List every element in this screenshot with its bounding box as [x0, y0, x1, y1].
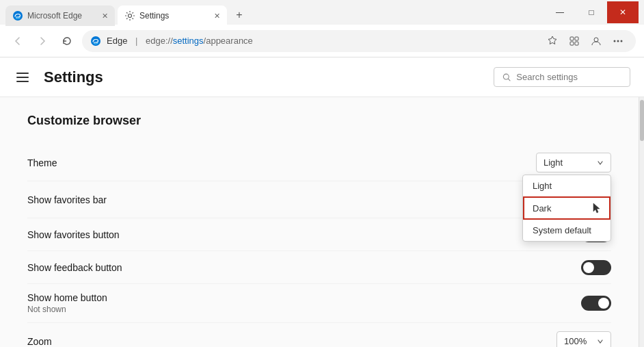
tab-microsoft-edge[interactable]: Microsoft Edge ✕ [5, 5, 115, 26]
svg-point-9 [617, 40, 619, 42]
setting-label-feedback-button: Show feedback button [27, 262, 581, 273]
hamburger-line-2 [16, 77, 29, 78]
titlebar: Microsoft Edge ✕ Settings ✕ + — □ ✕ [0, 0, 644, 25]
dropdown-item-dark[interactable]: Dark [523, 196, 611, 220]
back-button[interactable] [8, 31, 27, 51]
svg-rect-6 [575, 42, 578, 45]
forward-button[interactable] [33, 31, 52, 51]
favorites-button-addr[interactable] [543, 31, 562, 51]
setting-label-favorites-button: Show favorites button [27, 229, 581, 240]
settings-body: Customize browser Theme Light Li [0, 97, 644, 347]
svg-point-1 [129, 14, 132, 18]
dark-label: Dark [533, 203, 551, 214]
setting-row-zoom: Zoom 100% [27, 323, 611, 347]
new-tab-button[interactable]: + [230, 5, 249, 25]
search-input[interactable] [516, 72, 621, 82]
theme-dropdown-button[interactable]: Light [536, 153, 611, 172]
settings-favicon [124, 10, 135, 21]
minimize-button[interactable]: — [544, 1, 576, 23]
svg-rect-5 [570, 42, 574, 45]
svg-point-8 [614, 40, 616, 42]
setting-label-theme: Theme [27, 157, 536, 168]
star-icon [547, 36, 558, 47]
maximize-button[interactable]: □ [576, 1, 607, 23]
address-separator: | [133, 36, 140, 46]
hamburger-button[interactable] [14, 68, 33, 87]
back-icon [13, 36, 23, 46]
section-title: Customize browser [27, 114, 611, 128]
svg-rect-4 [575, 37, 578, 40]
dropdown-item-system[interactable]: System default [523, 220, 611, 241]
url-protocol: edge:// [146, 36, 173, 46]
tab-close-edge[interactable]: ✕ [102, 12, 108, 21]
address-field[interactable]: Edge | edge://settings/appearance [82, 30, 636, 52]
setting-label-zoom: Zoom [27, 336, 556, 347]
close-button[interactable]: ✕ [607, 1, 639, 23]
edge-favicon [12, 10, 23, 21]
tab-label: Microsoft Edge [27, 11, 82, 21]
home-button-toggle[interactable] [581, 296, 611, 311]
settings-header: Settings [0, 57, 644, 97]
url-path: settings [173, 36, 204, 46]
address-bar-actions [543, 31, 628, 51]
page-title: Settings [44, 68, 483, 86]
collections-button[interactable] [565, 31, 584, 51]
svg-point-7 [594, 38, 598, 42]
profile-button[interactable] [587, 31, 606, 51]
more-icon [613, 36, 623, 47]
svg-rect-3 [570, 37, 574, 40]
setting-label-favorites-bar: Show favorites bar [27, 194, 556, 205]
svg-point-10 [621, 40, 623, 42]
zoom-control[interactable]: 100% [556, 331, 611, 347]
cursor-icon [591, 202, 601, 214]
address-url: edge://settings/appearance [146, 36, 253, 46]
setting-row-feedback-button: Show feedback button [27, 251, 611, 284]
svg-point-0 [13, 11, 23, 21]
tab-strip: Microsoft Edge ✕ Settings ✕ + [5, 0, 541, 25]
feedback-button-toggle[interactable] [581, 260, 611, 275]
url-suffix: /appearance [204, 36, 253, 46]
collections-icon [569, 36, 580, 47]
setting-row-home-button: Show home button Not shown [27, 284, 611, 323]
refresh-icon [62, 36, 72, 46]
window-controls: — □ ✕ [544, 1, 639, 23]
tab-settings[interactable]: Settings ✕ [118, 5, 227, 26]
forward-icon [38, 36, 47, 46]
address-edge-label: Edge [107, 36, 127, 46]
tab-label: Settings [139, 11, 169, 21]
theme-value: Light [544, 157, 563, 168]
refresh-button[interactable] [57, 31, 77, 51]
more-button[interactable] [608, 31, 628, 51]
setting-label-home-button: Show home button Not shown [27, 292, 581, 314]
home-button-label: Show home button [27, 292, 581, 303]
chevron-down-zoom-icon [597, 338, 604, 345]
addressbar: Edge | edge://settings/appearance [0, 25, 644, 57]
zoom-value: 100% [564, 336, 587, 346]
hamburger-line-3 [16, 81, 29, 82]
profile-icon [591, 36, 602, 47]
settings-wrapper: Settings Customize browser Theme Light [0, 57, 644, 347]
tab-close-settings[interactable]: ✕ [214, 12, 220, 21]
setting-row-theme: Theme Light Light Dark [27, 144, 611, 181]
scrollbar-thumb[interactable] [640, 100, 644, 141]
search-icon [502, 73, 511, 82]
scrollbar-track[interactable] [639, 97, 644, 347]
search-settings-field[interactable] [494, 67, 630, 87]
chevron-down-icon [597, 159, 604, 166]
hamburger-line-1 [16, 73, 29, 74]
svg-point-2 [91, 36, 100, 46]
dropdown-item-light[interactable]: Light [523, 175, 611, 196]
home-button-sublabel: Not shown [27, 305, 581, 314]
theme-control: Light Light Dark [536, 153, 611, 172]
theme-dropdown-menu: Light Dark System default [522, 175, 611, 242]
edge-logo-address [90, 36, 101, 47]
settings-content: Customize browser Theme Light Li [0, 97, 639, 347]
